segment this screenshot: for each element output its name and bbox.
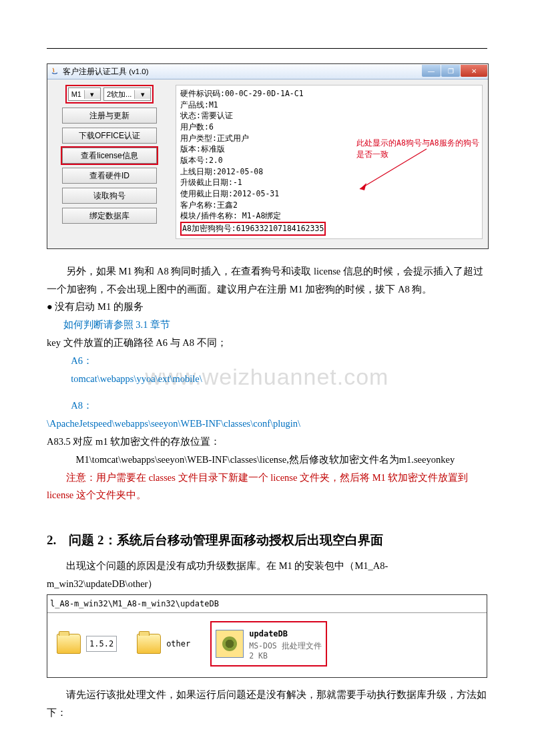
info-line: 硬件标识码:00-0C-29-0D-1A-C1 [180, 88, 478, 100]
folder-icon [57, 634, 81, 654]
window-title: 客户注册认证工具 (v1.0) [63, 67, 422, 77]
left-controls: M1▾ 2软加...▾ 注册与更新 下载OFFICE认证 查看license信息… [53, 85, 166, 239]
mode-combo[interactable]: 2软加...▾ [103, 87, 151, 101]
info-line: 使用截止日期:2012-05-31 [180, 188, 478, 200]
info-line: 客户名称:王鑫2 [180, 200, 478, 211]
link-text: 如何判断请参照 3.1 章节 [47, 316, 487, 334]
info-line: 升级截止日期:-1 [180, 177, 478, 188]
annotation-arrow-icon [353, 146, 433, 196]
gear-icon [222, 636, 237, 651]
explorer-screenshot: l_A8-m_win32\M1_A8-m_win32\updateDB 1.5.… [47, 594, 487, 678]
download-office-button[interactable]: 下载OFFICE认证 [62, 128, 157, 144]
chevron-down-icon: ▾ [134, 90, 150, 99]
paragraph: 另外，如果 M1 狗和 A8 狗同时插入，在查看狗号和读取 license 信息… [47, 262, 487, 299]
a8-path: \ApacheJetspeed\webapps\seeyon\WEB-INF\c… [47, 415, 487, 433]
read-dog-button[interactable]: 读取狗号 [62, 188, 157, 204]
combo-row-highlight: M1▾ 2软加...▾ [65, 85, 154, 104]
maximize-button[interactable]: ❐ [441, 65, 460, 77]
folder-item[interactable]: other [137, 634, 190, 654]
paragraph: key 文件放置的正确路径 A6 与 A8 不同； [47, 334, 487, 352]
file-size: 2 KB [249, 651, 321, 661]
folder-label: 1.5.2 [86, 636, 117, 652]
view-hwid-button[interactable]: 查看硬件ID [62, 168, 157, 184]
file-name: updateDB [249, 626, 321, 641]
product-combo[interactable]: M1▾ [68, 87, 101, 101]
a6-path: tomcat\webapps\yyoa\ext\mobile\ [47, 370, 487, 388]
info-line: 上线日期:2012-05-08 [180, 166, 478, 178]
bind-db-button[interactable]: 绑定数据库 [62, 208, 157, 224]
minimize-button[interactable]: — [422, 65, 441, 77]
file-type: MS-DOS 批处理文件 [249, 641, 321, 651]
paragraph: 请先运行该批处理文件，如果运行后问题还是没有解决，那就需要手动执行数据库升级，方… [47, 686, 487, 722]
info-line: 产品线:M1 [180, 100, 478, 111]
a6-label: A6： [47, 352, 487, 370]
info-line: 用户数:6 [180, 122, 478, 133]
section-heading: 2. 问题 2：系统后台移动管理界面移动授权后出现空白界面 [47, 528, 487, 552]
address-bar: l_A8-m_win32\M1_A8-m_win32\updateDB [47, 595, 487, 613]
folder-item[interactable]: 1.5.2 [57, 634, 117, 654]
folder-label: other [166, 636, 190, 651]
paragraph: A83.5 对应 m1 软加密文件的存放位置： [47, 433, 487, 451]
updatedb-file-highlight[interactable]: updateDB MS-DOS 批处理文件 2 KB [210, 621, 326, 667]
path-text: M1\tomcat\webapps\seeyon\WEB-INF\classes… [47, 451, 487, 469]
info-line: 状态:需要认证 [180, 110, 478, 122]
batch-file-icon [216, 630, 244, 658]
register-button[interactable]: 注册与更新 [62, 108, 157, 124]
info-pane: 硬件标识码:00-0C-29-0D-1A-C1 产品线:M1 状态:需要认证 用… [176, 85, 483, 239]
info-line: 模块/插件名称: M1-A8绑定 [180, 210, 478, 222]
bullet-item: 没有启动 M1 的服务 [47, 298, 487, 316]
view-license-button[interactable]: 查看license信息 [62, 148, 157, 164]
note-text: 注意：用户需要在 classes 文件目录下新建一个 license 文件夹，然… [47, 469, 487, 505]
a8-label: A8： [47, 397, 487, 415]
close-button[interactable]: ✕ [461, 65, 487, 77]
paragraph: 出现这个问题的原因是没有成功升级数据库。在 M1 的安装包中（M1_A8-m_w… [47, 557, 487, 593]
chevron-down-icon: ▾ [84, 90, 100, 99]
app-window: 客户注册认证工具 (v1.0) — ❐ ✕ M1▾ 2软加...▾ 注册与更新 … [47, 63, 489, 249]
a8-dog-highlight: A8加密狗狗号:6196332107184162335 [180, 222, 326, 236]
java-icon [49, 66, 60, 77]
page-top-rule [47, 48, 487, 49]
product-combo-value: M1 [69, 90, 84, 98]
document-body: 另外，如果 M1 狗和 A8 狗同时插入，在查看狗号和读取 license 信息… [47, 262, 487, 722]
title-bar: 客户注册认证工具 (v1.0) — ❐ ✕ [47, 64, 488, 79]
svg-marker-1 [360, 183, 366, 190]
folder-icon [137, 634, 161, 654]
svg-line-0 [360, 149, 427, 189]
mode-combo-value: 2软加... [104, 89, 134, 100]
